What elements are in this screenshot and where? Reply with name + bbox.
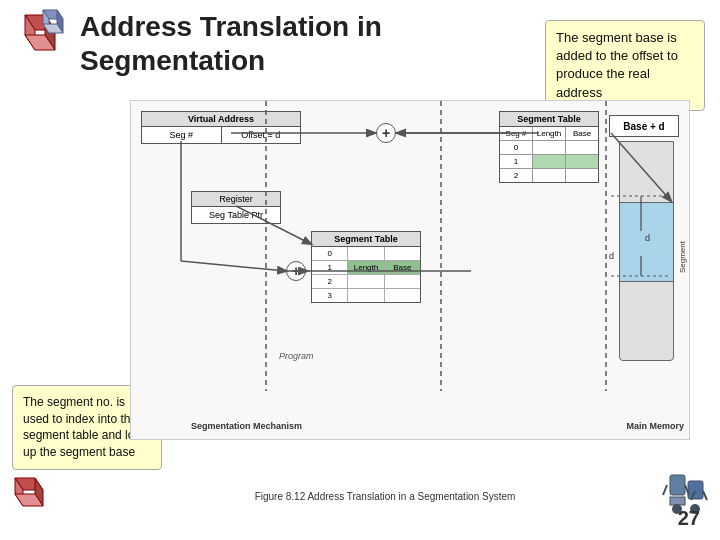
- st-c-row0-len: [348, 247, 384, 260]
- register-label: Register: [192, 192, 280, 207]
- decorative-icon-bl: [5, 470, 55, 520]
- seg-row-2-len: [533, 155, 566, 168]
- main-memory-box: [619, 141, 674, 361]
- page-title-line1: Address Translation in: [80, 10, 500, 44]
- st-c-row0-num: 0: [312, 247, 348, 260]
- svg-line-29: [181, 261, 286, 271]
- seg-row-2-num: 1: [500, 155, 533, 168]
- d-label: d: [609, 251, 614, 261]
- seg-row-1-num: 0: [500, 141, 533, 154]
- mem-segment-highlight: [620, 202, 673, 282]
- seg-col-header: Seg #: [500, 127, 533, 140]
- virtual-address-label: Virtual Address: [142, 112, 300, 127]
- svg-rect-12: [670, 475, 685, 495]
- seg-row-1-len: [533, 141, 566, 154]
- page-title-line2: Segmentation: [80, 44, 500, 78]
- svg-line-17: [663, 485, 667, 495]
- st-c-row3-len: [348, 289, 384, 302]
- plus-circle-center: +: [286, 261, 306, 281]
- st-c-row1-base: Base: [385, 261, 420, 274]
- segment-table-center-label: Segment Table: [312, 232, 420, 247]
- segment-table-top: Segment Table Seg # Length Base 0 1: [499, 111, 599, 183]
- segmentation-mechanism-label: Segmentation Mechanism: [191, 421, 302, 431]
- figure-caption: Figure 8.12 Address Translation in a Seg…: [130, 491, 640, 502]
- base-col-header: Base: [566, 127, 598, 140]
- segment-label: Segment: [678, 241, 687, 273]
- base-plus-d-box: Base + d: [609, 115, 679, 137]
- st-c-row2-num: 2: [312, 275, 348, 288]
- seg-row-3-num: 2: [500, 169, 533, 182]
- svg-line-20: [703, 491, 707, 500]
- st-c-row3-base: [385, 289, 420, 302]
- decorative-icon-tl: [5, 5, 70, 70]
- seg-num-cell: Seg #: [142, 127, 222, 143]
- st-c-row0-base: [385, 247, 420, 260]
- plus-circle-top: +: [376, 123, 396, 143]
- seg-row-3-base: [566, 169, 598, 182]
- page-number: 27: [678, 507, 700, 530]
- offset-cell: Offset = d: [222, 127, 301, 143]
- st-c-row3-num: 3: [312, 289, 348, 302]
- seg-table-ptr-label: Seg Table Ptr: [192, 207, 280, 223]
- title-area: Address Translation in Segmentation: [80, 10, 500, 77]
- length-col-header: Length: [533, 127, 566, 140]
- st-c-row2-len: [348, 275, 384, 288]
- segment-table-top-label: Segment Table: [500, 112, 598, 127]
- virtual-address-box: Virtual Address Seg # Offset = d: [141, 111, 301, 144]
- st-c-row1-len: Length: [348, 261, 384, 274]
- seg-row-2-base: [566, 155, 598, 168]
- diagram-inner: Virtual Address Seg # Offset = d Segment…: [131, 101, 689, 439]
- svg-rect-13: [670, 497, 685, 505]
- segment-table-center: Segment Table 0 1 Length Base 2: [311, 231, 421, 303]
- st-c-row2-base: [385, 275, 420, 288]
- main-memory-label: Main Memory: [626, 421, 684, 431]
- seg-row-1-base: [566, 141, 598, 154]
- diagram-area: Virtual Address Seg # Offset = d Segment…: [130, 100, 690, 440]
- seg-row-3-len: [533, 169, 566, 182]
- svg-rect-14: [688, 481, 703, 499]
- callout-segment-base: The segment base is added to the offset …: [545, 20, 705, 111]
- program-label: Program: [279, 351, 314, 361]
- register-box: Register Seg Table Ptr: [191, 191, 281, 224]
- st-c-row1-num: 1: [312, 261, 348, 274]
